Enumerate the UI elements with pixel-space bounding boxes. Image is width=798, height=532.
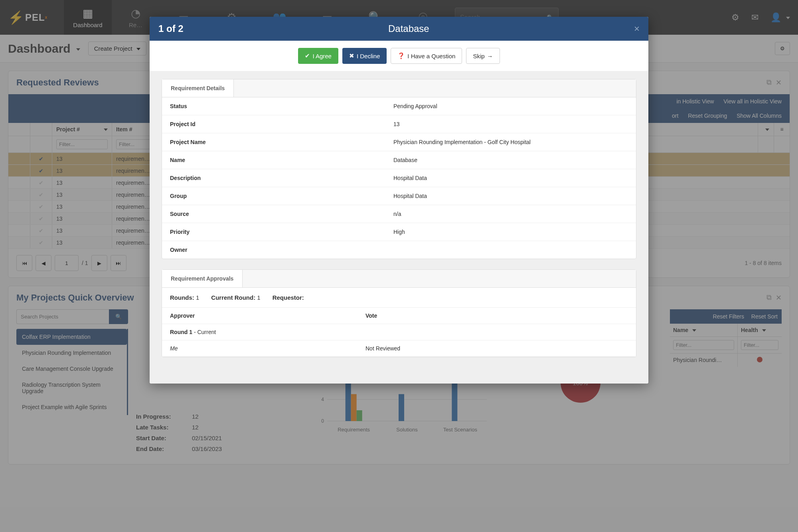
col-vote: Vote xyxy=(365,312,377,319)
modal-overlay: 1 of 2 Database × ✔I Agree ✖I Decline ❓I… xyxy=(0,0,798,532)
detail-row: DescriptionHospital Data xyxy=(162,169,636,187)
approvals-meta: Rounds: 1 Current Round: 1 Requestor: xyxy=(162,288,636,307)
details-box: Requirement Details StatusPending Approv… xyxy=(162,79,636,259)
tab-requirement-approvals[interactable]: Requirement Approvals xyxy=(162,270,243,287)
skip-button[interactable]: Skip→ xyxy=(466,48,500,64)
decline-button[interactable]: ✖I Decline xyxy=(342,48,387,64)
detail-row: Project Id13 xyxy=(162,115,636,133)
detail-row: StatusPending Approval xyxy=(162,97,636,115)
arrow-right-icon: → xyxy=(487,53,493,59)
approval-row: Me Not Reviewed xyxy=(162,340,636,357)
detail-row: Sourcen/a xyxy=(162,205,636,223)
check-icon: ✔ xyxy=(305,52,310,59)
detail-row: NameDatabase xyxy=(162,151,636,169)
tab-requirement-details[interactable]: Requirement Details xyxy=(162,79,234,97)
detail-row: PriorityHigh xyxy=(162,223,636,241)
modal-header: 1 of 2 Database × xyxy=(150,17,648,41)
round-row: Round 1 - Current xyxy=(162,324,636,340)
modal-close-button[interactable]: × xyxy=(634,23,640,34)
question-button[interactable]: ❓I Have a Question xyxy=(391,48,462,64)
modal-toolbar: ✔I Agree ✖I Decline ❓I Have a Question S… xyxy=(150,41,648,71)
modal-body: Requirement Details StatusPending Approv… xyxy=(150,71,648,384)
question-icon: ❓ xyxy=(397,52,405,59)
approvals-box: Requirement Approvals Rounds: 1 Current … xyxy=(162,269,636,357)
modal-title: Database xyxy=(184,23,634,34)
modal: 1 of 2 Database × ✔I Agree ✖I Decline ❓I… xyxy=(150,17,648,384)
modal-counter: 1 of 2 xyxy=(158,23,184,34)
detail-row: Owner xyxy=(162,241,636,259)
detail-row: Project NamePhysician Rounding Implement… xyxy=(162,133,636,151)
agree-button[interactable]: ✔I Agree xyxy=(298,48,338,64)
detail-row: GroupHospital Data xyxy=(162,187,636,205)
x-icon: ✖ xyxy=(349,52,354,59)
col-approver: Approver xyxy=(170,312,365,319)
